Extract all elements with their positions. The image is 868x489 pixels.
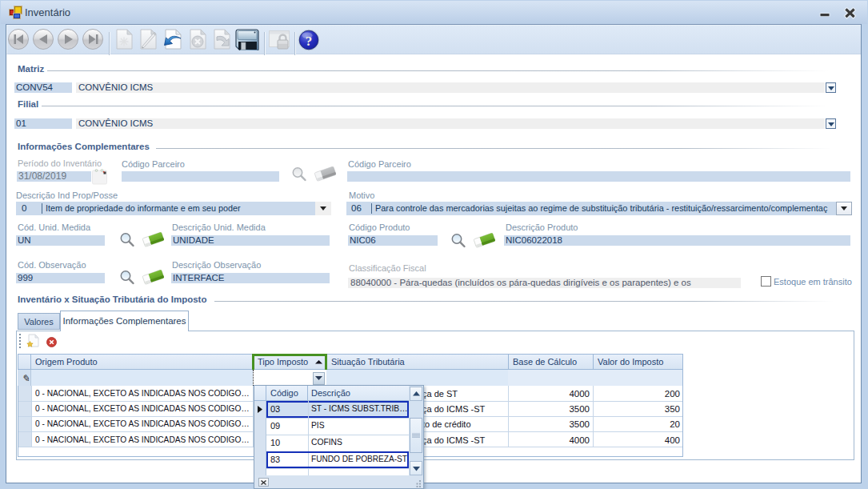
svg-text:?: ? [306,34,313,49]
